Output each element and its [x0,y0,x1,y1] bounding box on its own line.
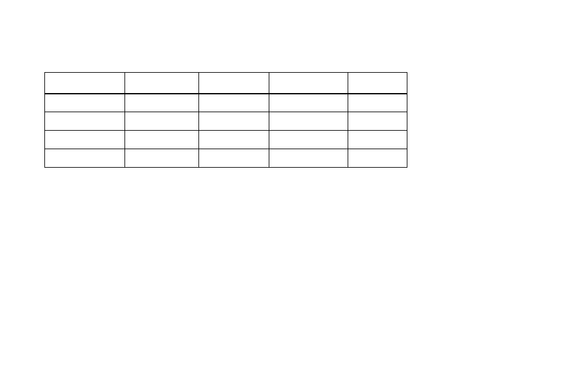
table-row [45,149,407,168]
table-cell [125,94,199,112]
table-cell [45,149,125,168]
table-container [44,72,407,168]
table-cell [199,131,269,149]
table-cell [199,149,269,168]
table-cell [45,94,125,112]
table-cell [348,131,407,149]
header-cell [348,73,407,94]
table-cell [125,131,199,149]
header-cell [45,73,125,94]
header-cell [125,73,199,94]
table-row [45,94,407,112]
table-row [45,131,407,149]
header-cell [199,73,269,94]
table-cell [45,112,125,131]
table-cell [269,149,348,168]
table-cell [348,94,407,112]
table-row [45,112,407,131]
table-cell [125,149,199,168]
table-cell [199,94,269,112]
table-cell [125,112,199,131]
table-cell [45,131,125,149]
table-cell [269,94,348,112]
data-table [44,72,407,168]
table-cell [269,131,348,149]
header-cell [269,73,348,94]
table-cell [269,112,348,131]
table-cell [348,149,407,168]
table-cell [199,112,269,131]
table-header-row [45,73,407,94]
table-cell [348,112,407,131]
